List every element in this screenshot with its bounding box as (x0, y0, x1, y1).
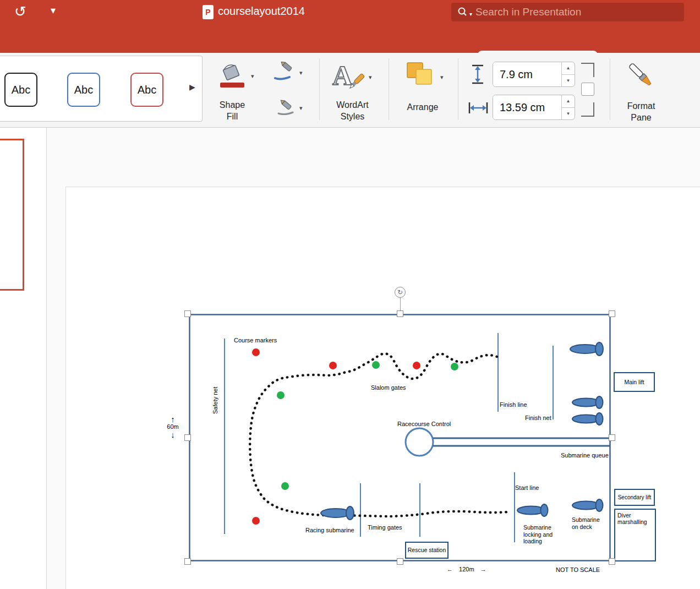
submarine-shape[interactable] (570, 342, 603, 356)
racecourse-control-circle[interactable] (406, 428, 433, 456)
group-separator (319, 58, 320, 120)
ribbon-tabs: n Transitions Animations Slide Show Revi… (0, 24, 700, 53)
rotation-handle[interactable]: ↻ (395, 287, 406, 298)
width-stepper[interactable]: ▲ ▼ (561, 95, 575, 119)
lock-aspect-checkbox[interactable] (581, 83, 594, 96)
wordart-button[interactable]: A (330, 59, 367, 94)
submarine-on-deck-shape[interactable] (572, 499, 603, 511)
slide-thumbnail-selected[interactable] (0, 139, 24, 291)
marker-green[interactable] (372, 361, 380, 369)
submarine-shape[interactable] (572, 396, 603, 408)
shape-width-field[interactable]: ▲ ▼ (493, 95, 575, 120)
course-markers-label: Course markers (234, 337, 277, 343)
shape-style-blue[interactable]: Abc (67, 73, 100, 107)
rescue-station-box[interactable]: Rescue station (405, 542, 449, 559)
shape-style-gallery: Abc Abc Abc ▶ (0, 56, 203, 122)
not-to-scale-label: NOT TO SCALE (556, 566, 600, 573)
width-step-down-icon[interactable]: ▼ (562, 108, 575, 120)
secondary-lift-box[interactable]: Secondary lift (614, 489, 655, 506)
height-step-down-icon[interactable]: ▼ (562, 75, 575, 87)
submarine-shape[interactable] (517, 504, 548, 516)
submarine-on-deck-label: Submarine on deck (572, 516, 603, 530)
titlebar-chevron-icon[interactable]: ▾ (51, 4, 56, 17)
marker-green[interactable] (451, 363, 458, 370)
safety-net-label: Safety net (212, 380, 218, 414)
search-caret-icon: ▾ (469, 11, 472, 17)
width-step-up-icon[interactable]: ▲ (562, 95, 575, 108)
arrange-squares-icon (405, 61, 436, 88)
shape-outline-caret-icon[interactable]: ▾ (299, 69, 303, 77)
arrange-button[interactable] (405, 61, 436, 90)
shape-height-input[interactable] (493, 62, 561, 86)
height-stepper[interactable]: ▲ ▼ (561, 62, 575, 86)
group-separator (610, 58, 610, 120)
selection-handle-n[interactable] (397, 310, 403, 317)
gallery-more-icon[interactable]: ▶ (189, 83, 195, 91)
shape-effects-caret-icon[interactable]: ▾ (299, 105, 303, 112)
height-dimension-value: 60m (165, 424, 181, 430)
marker-red[interactable] (252, 517, 260, 525)
submarine-shape[interactable] (572, 413, 603, 425)
wordart-caret-icon[interactable]: ▾ (369, 74, 372, 81)
selection-handle-nw[interactable] (184, 310, 191, 317)
marker-red[interactable] (252, 348, 260, 356)
arrow-up-icon: ↑ (165, 415, 181, 424)
shape-style-black[interactable]: Abc (4, 73, 37, 107)
search-icon (457, 6, 469, 18)
marker-red[interactable] (329, 362, 337, 369)
group-separator (389, 58, 389, 120)
format-pane-label: Format Pane (615, 100, 667, 123)
timing-gates-label: Timing gates (368, 524, 402, 531)
course-path[interactable] (250, 353, 509, 516)
search-input[interactable] (475, 6, 663, 18)
shape-height-field[interactable]: ▲ ▼ (493, 62, 575, 87)
racing-submarine-label: Racing submarine (305, 527, 354, 533)
shape-fill-button[interactable] (218, 62, 247, 90)
height-icon (470, 64, 485, 87)
width-dimension: ← 120m → (447, 566, 486, 572)
powerpoint-window: ↺ ▾ P courselayout2014 ▾ n Transitions A… (0, 0, 700, 589)
diver-marshalling-box[interactable]: Diver marshalling (614, 509, 656, 561)
group-separator (458, 58, 458, 120)
shape-width-input[interactable] (493, 95, 561, 119)
search-box[interactable]: ▾ (451, 3, 684, 21)
height-step-up-icon[interactable]: ▲ (562, 62, 575, 75)
titlebar: ↺ ▾ P courselayout2014 ▾ (0, 0, 700, 24)
marker-green[interactable] (277, 391, 285, 399)
selection-handle-s[interactable] (397, 558, 403, 565)
selection-handle-ne[interactable] (609, 310, 615, 317)
selection-handle-e[interactable] (609, 434, 615, 441)
marker-red[interactable] (413, 362, 420, 369)
shape-outline-button[interactable] (273, 62, 296, 84)
finish-net-label: Finish net (525, 415, 551, 421)
racing-submarine-shape[interactable] (321, 506, 354, 520)
outline-pen-icon (273, 62, 296, 81)
slalom-gates-label: Slalom gates (371, 384, 406, 391)
selection-handle-se[interactable] (609, 558, 615, 565)
finish-line-label: Finish line (500, 401, 527, 408)
main-lift-box[interactable]: Main lift (614, 372, 655, 392)
svg-text:A: A (332, 60, 352, 91)
format-pane-button[interactable] (625, 59, 657, 94)
marker-green[interactable] (281, 482, 289, 490)
rotation-connector (400, 298, 401, 310)
shape-effects-button[interactable] (276, 98, 295, 118)
aspect-corner-bottom-icon (581, 102, 594, 117)
width-icon (468, 100, 489, 118)
shape-fill-caret-icon[interactable]: ▾ (251, 73, 254, 80)
arrow-right-icon: → (480, 566, 486, 572)
selection-handle-sw[interactable] (184, 558, 191, 565)
arrow-down-icon: ↓ (165, 430, 181, 439)
racecourse-control-label: Racecourse Control (397, 421, 451, 427)
arrange-label: Arrange (401, 101, 445, 113)
aspect-corner-top-icon (581, 63, 594, 77)
effects-pen-icon (276, 98, 295, 116)
submarine-locking-label: Submarine locking and loading (523, 524, 555, 545)
shape-style-red[interactable]: Abc (130, 73, 163, 107)
width-dimension-value: 120m (459, 566, 474, 572)
arrange-caret-icon[interactable]: ▾ (440, 74, 444, 81)
wordart-icon: A (330, 59, 367, 91)
selection-handle-w[interactable] (184, 434, 191, 441)
undo-icon[interactable]: ↺ (14, 3, 26, 20)
shape-fill-label: Shape Fill (215, 99, 250, 122)
